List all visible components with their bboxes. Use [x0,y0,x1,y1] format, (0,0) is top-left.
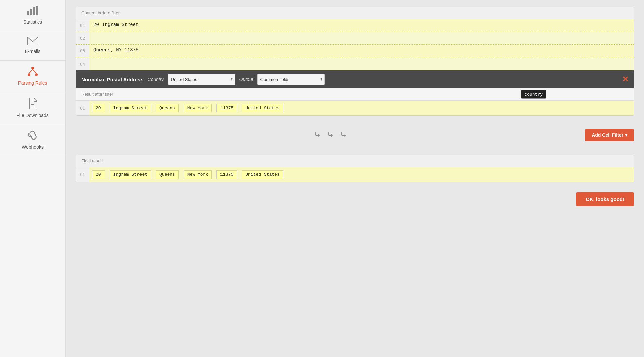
country-select-wrapper[interactable]: United States Canada United Kingdom Aust… [168,74,235,85]
svg-rect-2 [33,7,35,15]
main-content: Content before filter 01 20 Ingram Stree… [66,0,644,357]
result-cell-state: New York [184,104,212,112]
result-after-filter-header: Result after filter country [76,88,634,101]
row-content-1: 20 Ingram Street [89,19,634,32]
filter-bar: Normalize Postal Address Country United … [76,70,634,88]
final-cell-zip: 11375 [216,170,237,179]
svg-rect-1 [30,9,32,15]
output-label: Output [239,77,253,82]
arrows-area: ⤷ ⤷ ⤷ Add Cell Filter ▾ [76,122,634,148]
table-row: 03 Queens, NY 11375 [76,45,634,57]
sidebar-item-file-downloads[interactable]: File Downloads [0,92,65,124]
svg-point-7 [35,73,38,76]
row-number-1: 01 [76,19,89,32]
filter-close-button[interactable]: ✕ [622,76,628,83]
final-result-block: Final result 01 20 Ingram Street Queens … [76,155,634,182]
country-label: Country [148,77,164,82]
chevron-down-2: ⤷ [326,130,334,140]
svg-line-9 [33,69,36,73]
sidebar-statistics-label: Statistics [23,19,42,25]
output-select-wrapper[interactable]: Common fields All fields Street only [257,74,325,85]
svg-point-6 [28,73,30,76]
result-cell-street: Ingram Street [110,104,151,112]
row-content-4 [89,57,634,70]
result-cell-city: Queens [156,104,179,112]
add-cell-filter-label: Add Cell Filter ▾ [592,132,627,138]
svg-rect-3 [36,6,38,15]
final-row-number: 01 [76,167,89,182]
file-downloads-icon [28,98,37,111]
table-row: 02 [76,32,634,45]
svg-point-5 [31,67,34,69]
svg-rect-0 [27,11,29,15]
result-after-filter-label: Result after filter [81,92,113,97]
row-number-4: 04 [76,57,89,70]
sidebar-item-emails[interactable]: E-mails [0,31,65,61]
chevron-down-1: ⤷ [313,130,321,140]
row-content-3: Queens, NY 11375 [89,45,634,57]
ok-button[interactable]: OK, looks good! [576,192,634,206]
result-cell-country: United States [242,104,283,112]
final-cell-number: 20 [92,170,105,179]
row-content-2 [89,32,634,44]
sidebar-item-statistics[interactable]: Statistics [0,0,65,31]
sidebar-item-webhooks[interactable]: Webhooks [0,124,65,156]
final-cell-state: New York [184,170,212,179]
statistics-icon [27,6,38,17]
final-cell-country: United States [242,170,283,179]
result-row: 01 20 Ingram Street Queens New York 1137… [76,101,634,115]
result-cell-number: 20 [92,104,105,112]
result-row-number: 01 [76,101,89,115]
output-select[interactable]: Common fields All fields Street only [257,74,325,85]
country-select[interactable]: United States Canada United Kingdom Aust… [168,74,235,85]
table-row: 04 [76,57,634,70]
sidebar-file-downloads-label: File Downloads [16,113,49,118]
table-row: 01 20 Ingram Street [76,19,634,32]
sidebar-parsing-rules-label: Parsing Rules [18,80,47,86]
final-cell-city: Queens [156,170,179,179]
final-result-header: Final result [76,155,634,167]
result-cell-zip: 11375 [216,104,237,112]
arrows-group: ⤷ ⤷ ⤷ [76,130,585,140]
add-cell-filter-button[interactable]: Add Cell Filter ▾ [585,129,634,141]
sidebar-item-parsing-rules[interactable]: Parsing Rules [0,61,65,92]
parsing-rules-icon [27,67,38,78]
webhooks-icon [28,130,38,142]
row-number-2: 02 [76,32,89,44]
sidebar-webhooks-label: Webhooks [22,144,44,150]
final-result-row: 01 20 Ingram Street Queens New York 1137… [76,167,634,182]
sidebar: Statistics E-mails Parsing Rules [0,0,66,357]
email-icon [27,37,38,47]
final-result-cells: 20 Ingram Street Queens New York 11375 U… [89,168,286,181]
result-cells: 20 Ingram Street Queens New York 11375 U… [89,102,286,114]
sidebar-emails-label: E-mails [25,49,41,54]
content-before-filter-header: Content before filter [76,7,634,19]
country-tooltip: country [521,90,546,98]
filter-title: Normalize Postal Address [81,77,144,82]
content-before-filter-block: Content before filter 01 20 Ingram Stree… [76,7,634,116]
row-number-3: 03 [76,45,89,57]
chevron-down-3: ⤷ [339,130,347,140]
content-rows: 01 20 Ingram Street 02 03 Queens, NY 113… [76,19,634,70]
ok-button-area: OK, looks good! [76,189,634,206]
svg-line-8 [29,69,33,73]
final-cell-street: Ingram Street [110,170,151,179]
